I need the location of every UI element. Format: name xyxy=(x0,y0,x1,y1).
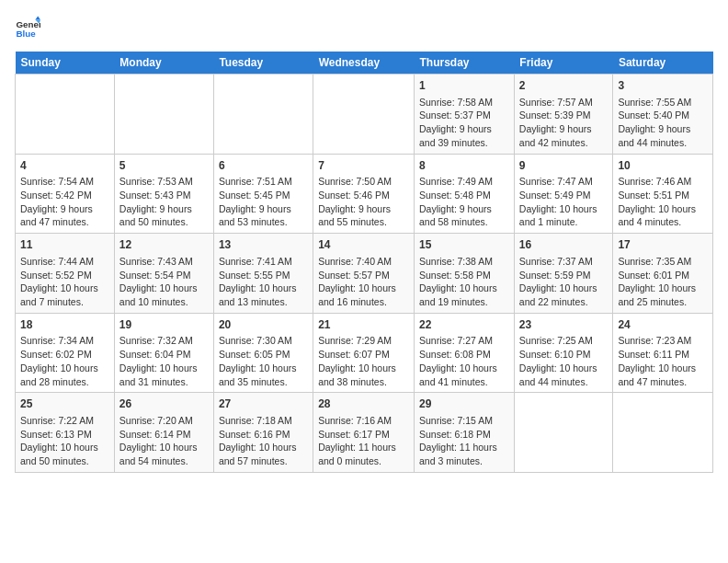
calendar-cell: 9Sunrise: 7:47 AM Sunset: 5:49 PM Daylig… xyxy=(514,154,613,234)
calendar-cell: 12Sunrise: 7:43 AM Sunset: 5:54 PM Dayli… xyxy=(114,234,213,314)
day-number: 11 xyxy=(20,237,109,253)
calendar-cell: 26Sunrise: 7:20 AM Sunset: 6:14 PM Dayli… xyxy=(114,393,213,473)
day-info: Sunrise: 7:22 AM Sunset: 6:13 PM Dayligh… xyxy=(20,414,109,468)
calendar-cell: 17Sunrise: 7:35 AM Sunset: 6:01 PM Dayli… xyxy=(613,234,713,314)
day-info: Sunrise: 7:57 AM Sunset: 5:39 PM Dayligh… xyxy=(519,96,609,150)
day-number: 1 xyxy=(419,78,509,94)
calendar-cell: 14Sunrise: 7:40 AM Sunset: 5:57 PM Dayli… xyxy=(313,234,415,314)
day-number: 27 xyxy=(219,396,308,412)
day-info: Sunrise: 7:46 AM Sunset: 5:51 PM Dayligh… xyxy=(618,175,708,229)
day-of-week-header: Monday xyxy=(114,52,213,75)
day-info: Sunrise: 7:37 AM Sunset: 5:59 PM Dayligh… xyxy=(519,255,609,309)
day-info: Sunrise: 7:38 AM Sunset: 5:58 PM Dayligh… xyxy=(419,255,509,309)
day-number: 10 xyxy=(618,158,708,174)
calendar-cell: 25Sunrise: 7:22 AM Sunset: 6:13 PM Dayli… xyxy=(16,393,115,473)
day-number: 2 xyxy=(519,78,609,94)
day-number: 28 xyxy=(318,396,409,412)
calendar-cell: 2Sunrise: 7:57 AM Sunset: 5:39 PM Daylig… xyxy=(514,75,613,155)
calendar-cell: 1Sunrise: 7:58 AM Sunset: 5:37 PM Daylig… xyxy=(415,75,515,155)
day-info: Sunrise: 7:50 AM Sunset: 5:46 PM Dayligh… xyxy=(318,175,409,229)
day-info: Sunrise: 7:20 AM Sunset: 6:14 PM Dayligh… xyxy=(119,414,209,468)
day-info: Sunrise: 7:27 AM Sunset: 6:08 PM Dayligh… xyxy=(419,334,509,388)
day-number: 24 xyxy=(618,317,708,333)
svg-text:Blue: Blue xyxy=(16,29,36,39)
day-info: Sunrise: 7:23 AM Sunset: 6:11 PM Dayligh… xyxy=(618,334,708,388)
day-info: Sunrise: 7:43 AM Sunset: 5:54 PM Dayligh… xyxy=(119,255,209,309)
calendar-cell xyxy=(613,393,713,473)
day-number: 17 xyxy=(618,237,708,253)
day-info: Sunrise: 7:32 AM Sunset: 6:04 PM Dayligh… xyxy=(119,334,209,388)
day-number: 23 xyxy=(519,317,609,333)
calendar-table: SundayMondayTuesdayWednesdayThursdayFrid… xyxy=(15,52,713,473)
day-info: Sunrise: 7:54 AM Sunset: 5:42 PM Dayligh… xyxy=(20,175,109,229)
day-info: Sunrise: 7:30 AM Sunset: 6:05 PM Dayligh… xyxy=(219,334,308,388)
day-number: 21 xyxy=(318,317,409,333)
calendar-cell: 23Sunrise: 7:25 AM Sunset: 6:10 PM Dayli… xyxy=(514,313,613,393)
day-number: 3 xyxy=(618,78,708,94)
page-header: General Blue xyxy=(15,15,713,40)
calendar-cell: 24Sunrise: 7:23 AM Sunset: 6:11 PM Dayli… xyxy=(613,313,713,393)
calendar-cell: 16Sunrise: 7:37 AM Sunset: 5:59 PM Dayli… xyxy=(514,234,613,314)
day-info: Sunrise: 7:47 AM Sunset: 5:49 PM Dayligh… xyxy=(519,175,609,229)
calendar-cell: 18Sunrise: 7:34 AM Sunset: 6:02 PM Dayli… xyxy=(16,313,115,393)
day-number: 8 xyxy=(419,158,509,174)
day-info: Sunrise: 7:34 AM Sunset: 6:02 PM Dayligh… xyxy=(20,334,109,388)
calendar-cell xyxy=(313,75,415,155)
day-info: Sunrise: 7:55 AM Sunset: 5:40 PM Dayligh… xyxy=(618,96,708,150)
day-info: Sunrise: 7:29 AM Sunset: 6:07 PM Dayligh… xyxy=(318,334,409,388)
calendar-cell: 28Sunrise: 7:16 AM Sunset: 6:17 PM Dayli… xyxy=(313,393,415,473)
day-of-week-header: Wednesday xyxy=(313,52,415,75)
calendar-cell: 21Sunrise: 7:29 AM Sunset: 6:07 PM Dayli… xyxy=(313,313,415,393)
day-info: Sunrise: 7:58 AM Sunset: 5:37 PM Dayligh… xyxy=(419,96,509,150)
calendar-cell: 6Sunrise: 7:51 AM Sunset: 5:45 PM Daylig… xyxy=(213,154,313,234)
day-number: 4 xyxy=(20,158,109,174)
day-info: Sunrise: 7:44 AM Sunset: 5:52 PM Dayligh… xyxy=(20,255,109,309)
calendar-cell xyxy=(16,75,115,155)
calendar-cell: 20Sunrise: 7:30 AM Sunset: 6:05 PM Dayli… xyxy=(213,313,313,393)
calendar-cell: 29Sunrise: 7:15 AM Sunset: 6:18 PM Dayli… xyxy=(415,393,515,473)
day-of-week-header: Sunday xyxy=(16,52,115,75)
calendar-cell: 22Sunrise: 7:27 AM Sunset: 6:08 PM Dayli… xyxy=(415,313,515,393)
day-info: Sunrise: 7:15 AM Sunset: 6:18 PM Dayligh… xyxy=(419,414,509,468)
day-of-week-header: Friday xyxy=(514,52,613,75)
calendar-cell: 15Sunrise: 7:38 AM Sunset: 5:58 PM Dayli… xyxy=(415,234,515,314)
day-number: 19 xyxy=(119,317,209,333)
day-info: Sunrise: 7:25 AM Sunset: 6:10 PM Dayligh… xyxy=(519,334,609,388)
day-number: 14 xyxy=(318,237,409,253)
day-number: 20 xyxy=(219,317,308,333)
day-of-week-header: Tuesday xyxy=(213,52,313,75)
calendar-cell: 10Sunrise: 7:46 AM Sunset: 5:51 PM Dayli… xyxy=(613,154,713,234)
svg-marker-2 xyxy=(35,16,40,19)
calendar-cell: 5Sunrise: 7:53 AM Sunset: 5:43 PM Daylig… xyxy=(114,154,213,234)
day-info: Sunrise: 7:53 AM Sunset: 5:43 PM Dayligh… xyxy=(119,175,209,229)
day-info: Sunrise: 7:16 AM Sunset: 6:17 PM Dayligh… xyxy=(318,414,409,468)
day-info: Sunrise: 7:18 AM Sunset: 6:16 PM Dayligh… xyxy=(219,414,308,468)
day-number: 12 xyxy=(119,237,209,253)
day-info: Sunrise: 7:49 AM Sunset: 5:48 PM Dayligh… xyxy=(419,175,509,229)
calendar-cell: 19Sunrise: 7:32 AM Sunset: 6:04 PM Dayli… xyxy=(114,313,213,393)
calendar-cell xyxy=(114,75,213,155)
day-info: Sunrise: 7:35 AM Sunset: 6:01 PM Dayligh… xyxy=(618,255,708,309)
day-number: 5 xyxy=(119,158,209,174)
day-info: Sunrise: 7:51 AM Sunset: 5:45 PM Dayligh… xyxy=(219,175,308,229)
day-number: 25 xyxy=(20,396,109,412)
calendar-cell: 13Sunrise: 7:41 AM Sunset: 5:55 PM Dayli… xyxy=(213,234,313,314)
calendar-cell: 7Sunrise: 7:50 AM Sunset: 5:46 PM Daylig… xyxy=(313,154,415,234)
day-of-week-header: Thursday xyxy=(415,52,515,75)
day-info: Sunrise: 7:40 AM Sunset: 5:57 PM Dayligh… xyxy=(318,255,409,309)
calendar-week-row: 4Sunrise: 7:54 AM Sunset: 5:42 PM Daylig… xyxy=(16,154,713,234)
day-number: 18 xyxy=(20,317,109,333)
logo: General Blue xyxy=(15,15,44,40)
logo-icon: General Blue xyxy=(15,15,40,40)
calendar-cell: 3Sunrise: 7:55 AM Sunset: 5:40 PM Daylig… xyxy=(613,75,713,155)
calendar-cell xyxy=(514,393,613,473)
calendar-cell: 8Sunrise: 7:49 AM Sunset: 5:48 PM Daylig… xyxy=(415,154,515,234)
day-number: 7 xyxy=(318,158,409,174)
day-number: 9 xyxy=(519,158,609,174)
day-number: 15 xyxy=(419,237,509,253)
calendar-week-row: 11Sunrise: 7:44 AM Sunset: 5:52 PM Dayli… xyxy=(16,234,713,314)
calendar-week-row: 1Sunrise: 7:58 AM Sunset: 5:37 PM Daylig… xyxy=(16,75,713,155)
day-number: 29 xyxy=(419,396,509,412)
calendar-week-row: 25Sunrise: 7:22 AM Sunset: 6:13 PM Dayli… xyxy=(16,393,713,473)
day-info: Sunrise: 7:41 AM Sunset: 5:55 PM Dayligh… xyxy=(219,255,308,309)
